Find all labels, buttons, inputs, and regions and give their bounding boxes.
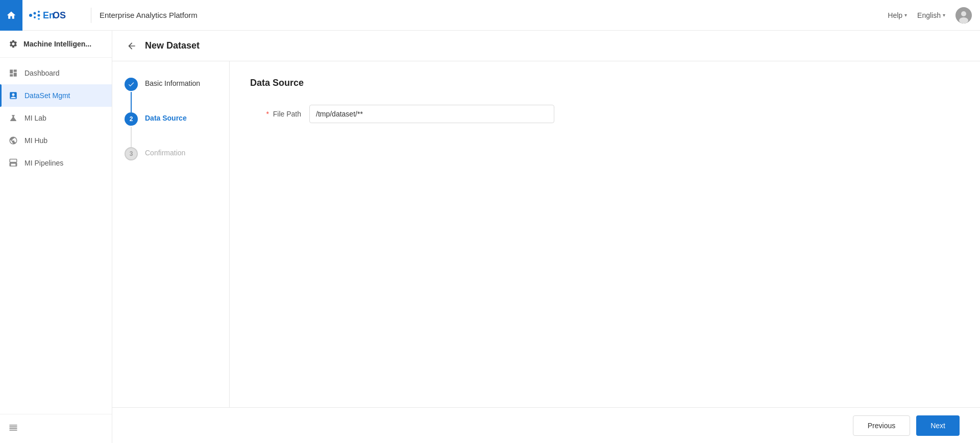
bottom-bar: Previous Next (112, 407, 980, 443)
help-dropdown[interactable]: Help ▾ (888, 11, 907, 19)
svg-point-1 (34, 12, 36, 14)
step-confirmation: 3 Confirmation (125, 147, 217, 160)
content-area: New Dataset Basic Information (112, 31, 980, 443)
step-1-circle (125, 78, 138, 91)
sidebar-item-mi-pipelines-label: MI Pipelines (24, 159, 63, 167)
form-area: Data Source * File Path (230, 61, 980, 407)
dataset-icon (8, 90, 18, 101)
header-divider (91, 8, 91, 23)
back-button[interactable] (125, 39, 139, 53)
sidebar-item-mi-pipelines[interactable]: MI Pipelines (0, 152, 112, 174)
page-header: New Dataset (112, 31, 980, 61)
svg-point-4 (38, 14, 40, 16)
sidebar-module-header[interactable]: Machine Intelligen... (0, 31, 112, 58)
user-avatar[interactable] (955, 7, 972, 24)
previous-button[interactable]: Previous (853, 415, 910, 436)
svg-point-5 (38, 18, 40, 20)
sidebar-item-mi-lab[interactable]: MI Lab (0, 107, 112, 129)
pipelines-icon (8, 158, 18, 168)
collapse-button[interactable] (8, 423, 104, 435)
wizard-layout: Basic Information 2 Data Source 3 (112, 61, 980, 407)
sidebar-item-mi-hub[interactable]: MI Hub (0, 129, 112, 152)
language-dropdown[interactable]: English ▾ (917, 11, 945, 19)
file-path-row: * File Path (250, 105, 960, 123)
step-1-label: Basic Information (145, 78, 200, 87)
sidebar-item-dataset-label: DataSet Mgmt (24, 91, 70, 100)
sidebar-nav: Dashboard DataSet Mgmt MI Lab (0, 58, 112, 414)
step-3-number: 3 (130, 150, 133, 157)
main-layout: Machine Intelligen... Dashboard (0, 31, 980, 443)
step-2-label: Data Source (145, 112, 187, 122)
step-2-circle: 2 (125, 112, 138, 126)
svg-point-2 (38, 11, 40, 13)
svg-point-10 (959, 17, 968, 24)
svg-text:OS: OS (53, 10, 66, 20)
hub-icon (8, 135, 18, 146)
module-icon (8, 39, 18, 49)
help-label: Help (888, 11, 902, 19)
help-caret-icon: ▾ (904, 12, 907, 18)
step-3-label: Confirmation (145, 147, 185, 157)
header-actions: Help ▾ English ▾ (888, 7, 972, 24)
step-data-source: 2 Data Source (125, 112, 217, 147)
page-title: New Dataset (145, 40, 200, 51)
lab-icon (8, 113, 18, 123)
svg-point-3 (34, 16, 36, 18)
sidebar-footer (0, 414, 112, 443)
section-title: Data Source (250, 78, 960, 88)
lang-label: English (917, 11, 941, 19)
sidebar-item-dashboard[interactable]: Dashboard (0, 62, 112, 84)
sidebar-module-label: Machine Intelligen... (23, 40, 91, 48)
dashboard-icon (8, 68, 18, 78)
svg-point-9 (961, 11, 966, 16)
lang-caret-icon: ▾ (943, 12, 945, 18)
step-2-number: 2 (130, 115, 133, 123)
enos-logo: En OS (29, 8, 75, 22)
next-button[interactable]: Next (916, 415, 960, 436)
app-header: En OS Enterprise Analytics Platform Help… (0, 0, 980, 31)
sidebar-item-mi-hub-label: MI Hub (24, 136, 47, 145)
required-mark: * (266, 110, 268, 118)
step-3-circle: 3 (125, 147, 138, 160)
platform-name: Enterprise Analytics Platform (100, 11, 888, 19)
step-basic-info: Basic Information (125, 78, 217, 112)
sidebar-item-mi-lab-label: MI Lab (24, 114, 46, 122)
home-button[interactable] (0, 0, 22, 31)
file-path-input[interactable] (309, 105, 554, 123)
sidebar-item-dataset-mgmt[interactable]: DataSet Mgmt (0, 84, 112, 107)
steps-panel: Basic Information 2 Data Source 3 (112, 61, 230, 407)
sidebar-item-dashboard-label: Dashboard (24, 69, 60, 77)
sidebar: Machine Intelligen... Dashboard (0, 31, 112, 443)
file-path-label: * File Path (250, 110, 301, 118)
svg-point-0 (29, 14, 32, 17)
